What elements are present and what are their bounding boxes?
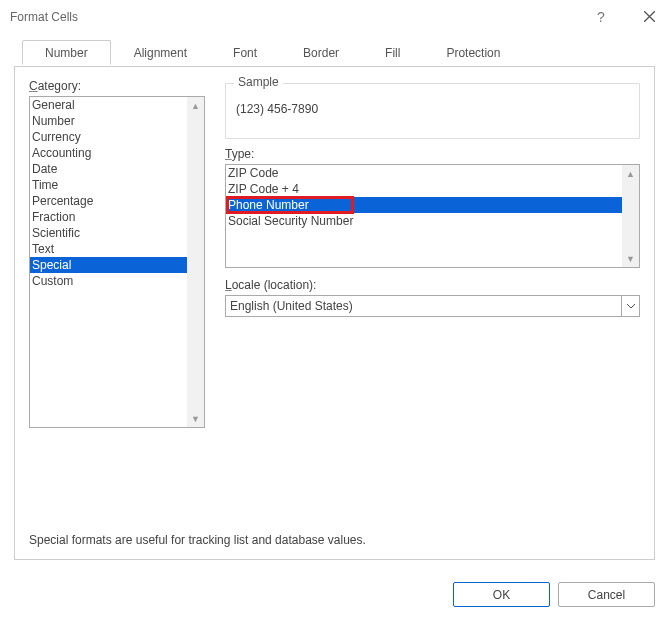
sample-value: (123) 456-7890: [226, 84, 639, 116]
category-item[interactable]: Currency: [30, 129, 204, 145]
scroll-up-icon[interactable]: ▲: [622, 165, 639, 182]
type-item[interactable]: Social Security Number: [226, 213, 639, 229]
category-item[interactable]: Custom: [30, 273, 204, 289]
type-listbox[interactable]: ZIP CodeZIP Code + 4Phone NumberSocial S…: [225, 164, 640, 268]
locale-value: English (United States): [230, 299, 353, 313]
category-listbox[interactable]: GeneralNumberCurrencyAccountingDateTimeP…: [29, 96, 205, 428]
type-item[interactable]: Phone Number: [226, 197, 639, 213]
scroll-up-icon[interactable]: ▲: [187, 97, 204, 114]
type-item[interactable]: ZIP Code: [226, 165, 639, 181]
scroll-down-icon[interactable]: ▼: [622, 250, 639, 267]
category-item[interactable]: Time: [30, 177, 204, 193]
close-icon[interactable]: [639, 9, 659, 25]
category-item[interactable]: General: [30, 97, 204, 113]
titlebar: Format Cells ?: [0, 0, 669, 34]
sample-group: Sample (123) 456-7890: [225, 83, 640, 139]
category-item[interactable]: Number: [30, 113, 204, 129]
category-item[interactable]: Special: [30, 257, 204, 273]
dialog-title: Format Cells: [10, 10, 591, 24]
category-item[interactable]: Fraction: [30, 209, 204, 225]
category-item[interactable]: Scientific: [30, 225, 204, 241]
category-item[interactable]: Text: [30, 241, 204, 257]
tab-strip: Number Alignment Font Border Fill Protec…: [14, 40, 655, 66]
type-item[interactable]: ZIP Code + 4: [226, 181, 639, 197]
sample-label: Sample: [234, 75, 283, 89]
dialog-buttons: OK Cancel: [0, 572, 669, 619]
category-description: Special formats are useful for tracking …: [29, 533, 640, 547]
scrollbar[interactable]: ▲ ▼: [622, 165, 639, 267]
cancel-button[interactable]: Cancel: [558, 582, 655, 607]
category-item[interactable]: Accounting: [30, 145, 204, 161]
category-item[interactable]: Date: [30, 161, 204, 177]
category-label: Category:: [29, 79, 205, 93]
scrollbar[interactable]: ▲ ▼: [187, 97, 204, 427]
chevron-down-icon[interactable]: [621, 296, 639, 316]
tab-fill[interactable]: Fill: [362, 40, 423, 65]
tab-font[interactable]: Font: [210, 40, 280, 65]
tab-protection[interactable]: Protection: [423, 40, 523, 65]
tab-border[interactable]: Border: [280, 40, 362, 65]
category-item[interactable]: Percentage: [30, 193, 204, 209]
help-icon[interactable]: ?: [591, 9, 611, 25]
format-cells-dialog: Format Cells ? Number Alignment Font Bor…: [0, 0, 669, 619]
tab-panel-number: Category: GeneralNumberCurrencyAccountin…: [14, 66, 655, 560]
scroll-down-icon[interactable]: ▼: [187, 410, 204, 427]
tab-alignment[interactable]: Alignment: [111, 40, 210, 65]
type-label: Type:: [225, 147, 640, 161]
tab-number[interactable]: Number: [22, 40, 111, 65]
locale-label: Locale (location):: [225, 278, 640, 292]
locale-select[interactable]: English (United States): [225, 295, 640, 317]
ok-button[interactable]: OK: [453, 582, 550, 607]
